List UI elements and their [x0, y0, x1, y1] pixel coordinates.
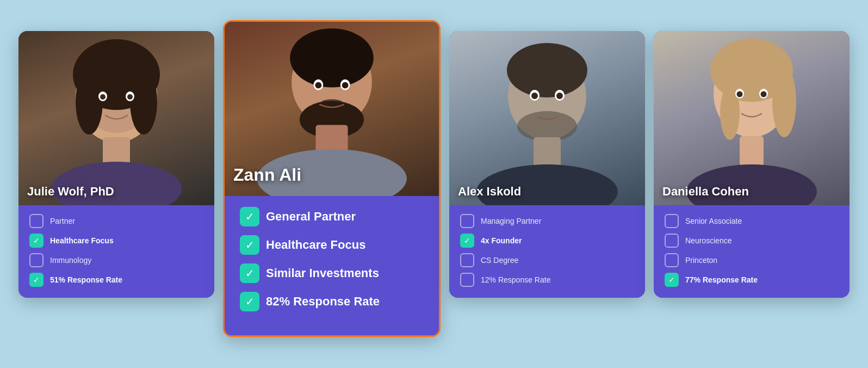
card-body-4: Senior AssociateNeurosciencePrinceton✓77…	[654, 205, 850, 298]
check-label-2-2: Healthcare Focus	[266, 238, 365, 252]
card-body-1: Partner✓Healthcare FocusImmunology✓51% R…	[18, 205, 214, 298]
card-body-3: Managing Partner✓4x FounderCS Degree12% …	[449, 205, 645, 298]
check-label-4-1: Senior Associate	[685, 217, 742, 225]
card-image-1: Julie Wolf, PhD	[18, 31, 214, 205]
check-label-2-3: Similar Investments	[266, 266, 379, 280]
check-label-1-4: 51% Response Rate	[50, 275, 122, 284]
check-label-1-2: Healthcare Focus	[50, 236, 114, 245]
check-label-3-4: 12% Response Rate	[481, 275, 550, 284]
check-label-3-2: 4x Founder	[481, 236, 522, 245]
check-item-4-3: Princeton	[665, 253, 839, 267]
check-label-4-2: Neuroscience	[685, 236, 732, 245]
svg-rect-34	[740, 136, 764, 166]
checked-icon: ✓	[665, 273, 679, 287]
checked-icon: ✓	[240, 207, 259, 226]
check-label-1-1: Partner	[50, 217, 75, 225]
svg-point-29	[556, 93, 563, 99]
check-item-4-2: Neuroscience	[665, 234, 839, 248]
check-item-3-1: Managing Partner	[460, 214, 634, 228]
svg-point-10	[127, 94, 133, 100]
svg-point-18	[315, 82, 321, 89]
check-label-2-4: 82% Response Rate	[266, 295, 380, 309]
check-item-3-2: ✓4x Founder	[460, 234, 634, 248]
svg-point-19	[342, 82, 349, 89]
check-item-4-4: ✓77% Response Rate	[665, 273, 839, 287]
check-item-3-3: CS Degree	[460, 253, 634, 267]
checked-icon: ✓	[460, 234, 474, 248]
check-label-3-3: CS Degree	[481, 256, 518, 265]
checked-icon: ✓	[29, 234, 44, 248]
card-card-1[interactable]: Julie Wolf, PhDPartner✓Healthcare FocusI…	[18, 31, 214, 298]
check-label-1-3: Immunology	[50, 256, 91, 265]
check-item-3-4: 12% Response Rate	[460, 273, 634, 287]
unchecked-box	[460, 273, 474, 287]
svg-point-4	[130, 69, 157, 134]
check-item-1-3: Immunology	[29, 253, 203, 267]
check-item-2-1: ✓General Partner	[240, 207, 424, 226]
card-card-4[interactable]: Daniella CohenSenior AssociateNeuroscien…	[654, 31, 850, 298]
card-card-2[interactable]: Zann Ali✓General Partner✓Healthcare Focu…	[223, 20, 441, 337]
svg-point-32	[772, 66, 796, 137]
svg-point-6	[51, 162, 182, 205]
svg-point-20	[321, 99, 342, 106]
check-item-2-2: ✓Healthcare Focus	[240, 235, 424, 255]
svg-point-39	[761, 91, 767, 97]
check-item-1-2: ✓Healthcare Focus	[29, 234, 203, 248]
check-item-2-4: ✓82% Response Rate	[240, 292, 424, 311]
cards-container: Julie Wolf, PhDPartner✓Healthcare FocusI…	[18, 31, 850, 337]
card-name-4: Daniella Cohen	[662, 185, 749, 199]
card-card-3[interactable]: Alex IskoldManaging Partner✓4x FounderCS…	[449, 31, 645, 298]
checked-icon: ✓	[29, 273, 44, 287]
card-name-3: Alex Iskold	[458, 185, 521, 199]
svg-point-12	[290, 28, 374, 87]
check-item-1-1: Partner	[29, 214, 203, 228]
check-item-2-3: ✓Similar Investments	[240, 263, 424, 283]
check-label-2-1: General Partner	[266, 210, 356, 224]
unchecked-box	[665, 214, 679, 228]
unchecked-box	[29, 214, 44, 228]
unchecked-box	[460, 214, 474, 228]
svg-point-23	[517, 111, 577, 142]
check-item-4-1: Senior Associate	[665, 214, 839, 228]
checked-icon: ✓	[240, 292, 259, 311]
card-image-2: Zann Ali	[225, 22, 439, 196]
unchecked-box	[665, 234, 679, 248]
svg-point-9	[100, 94, 106, 100]
checked-icon: ✓	[240, 235, 259, 255]
checked-icon: ✓	[240, 263, 259, 283]
unchecked-box	[460, 253, 474, 267]
card-image-3: Alex Iskold	[449, 31, 645, 205]
card-image-4: Daniella Cohen	[654, 31, 850, 205]
svg-point-3	[76, 69, 103, 134]
check-label-4-4: 77% Response Rate	[685, 275, 758, 284]
svg-rect-14	[315, 125, 348, 152]
svg-point-28	[531, 93, 538, 99]
unchecked-box	[29, 253, 44, 267]
svg-rect-24	[534, 137, 561, 167]
check-label-4-3: Princeton	[685, 256, 717, 265]
check-label-3-1: Managing Partner	[481, 217, 541, 225]
check-item-1-4: ✓51% Response Rate	[29, 273, 203, 287]
unchecked-box	[665, 253, 679, 267]
svg-point-38	[737, 91, 743, 97]
card-body-2: ✓General Partner✓Healthcare Focus✓Simila…	[225, 196, 439, 335]
svg-point-22	[507, 43, 587, 97]
card-name-1: Julie Wolf, PhD	[27, 185, 114, 199]
card-name-2: Zann Ali	[233, 164, 301, 185]
